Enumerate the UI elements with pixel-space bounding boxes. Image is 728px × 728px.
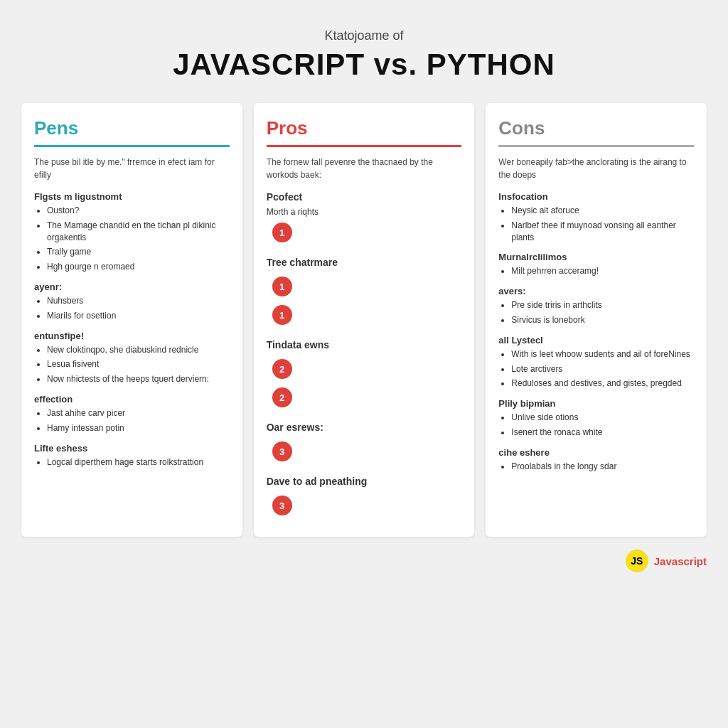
cons-section-5-title: Plily bipmian bbox=[498, 398, 694, 409]
pros-section-3-title: Tindata ewns bbox=[267, 339, 462, 350]
cons-section-6: cihe eshere Proolabals in the longy sdar bbox=[498, 447, 694, 473]
pros-badge-extra-2: 2 bbox=[267, 383, 462, 412]
pros-badge-extra-1: 1 bbox=[267, 301, 462, 329]
cons-section-3: avers: Pre side triris in arthclits Sirv… bbox=[498, 286, 694, 326]
pens-section-1-list: Ouston? The Mamage chandid en the tichan… bbox=[34, 205, 230, 273]
list-item: The Mamage chandid en the tichan pl diki… bbox=[47, 220, 230, 244]
cons-header: Cons bbox=[498, 117, 694, 147]
pros-column: Pros The fornew fall pevenre the thacnae… bbox=[254, 103, 475, 537]
cons-section-2: Murnalrclilimos Milt pehrren acceramg! bbox=[498, 252, 694, 277]
columns-wrapper: Pens The puse bil itle by me." frremce i… bbox=[21, 103, 707, 537]
pens-section-4-list: Jast ahihe carv picer Hamy intessan poti… bbox=[34, 407, 230, 434]
pros-section-5-title: Dave to ad pneathing bbox=[267, 476, 462, 487]
pros-section-1: Pcofect Morth a riqhts 1 bbox=[267, 191, 462, 247]
badge-1c: 1 bbox=[272, 305, 292, 325]
pros-intro: The fornew fall pevenre the thacnaed by … bbox=[267, 156, 462, 181]
list-item: Hgh gourge n eromaed bbox=[47, 261, 230, 273]
list-item: Pre side triris in arthclits bbox=[511, 299, 694, 311]
pens-section-4-title: effection bbox=[34, 394, 230, 405]
cons-section-6-title: cihe eshere bbox=[498, 447, 694, 458]
pens-section-3-list: New cloktinqpo, she diabuskind rednicle … bbox=[34, 344, 230, 385]
list-item: Jast ahihe carv picer bbox=[47, 407, 230, 419]
list-item: Proolabals in the longy sdar bbox=[511, 461, 694, 473]
list-item: Lote arctivers bbox=[511, 363, 694, 375]
pens-section-1: Flgsts m ligustnomt Ouston? The Mamage c… bbox=[34, 191, 230, 273]
cons-section-4-list: With is leet whoow sudents and ail of fo… bbox=[498, 348, 694, 390]
list-item: New cloktinqpo, she diabuskind rednicle bbox=[47, 344, 230, 356]
js-logo-icon: JS bbox=[626, 550, 648, 572]
pens-section-2: ayenr: Nuhsbers Miarils for osettion bbox=[34, 282, 230, 322]
badge-3b: 3 bbox=[272, 496, 292, 515]
list-item: Logcal diperthem hage starts rolkstratti… bbox=[47, 456, 230, 469]
pens-section-2-title: ayenr: bbox=[34, 282, 230, 292]
pros-section-1-title: Pcofect bbox=[267, 191, 462, 203]
pens-section-4: effection Jast ahihe carv picer Hamy int… bbox=[34, 394, 230, 434]
list-item: Isenert the ronaca white bbox=[511, 427, 694, 439]
list-item: Miarils for osettion bbox=[47, 310, 230, 322]
cons-section-1-list: Neysic ait aforuce Narlbef thee if muyno… bbox=[498, 205, 694, 243]
list-item: Lesua fisivent bbox=[47, 358, 230, 370]
pros-section-4: Oar esrews: 3 bbox=[267, 422, 462, 466]
pens-section-5-list: Logcal diperthem hage starts rolkstratti… bbox=[34, 456, 230, 469]
header: Ktatojoame of JAVASCRIPT vs. PYTHON bbox=[173, 28, 555, 82]
cons-section-3-list: Pre side triris in arthclits Sirvicus is… bbox=[498, 299, 694, 326]
badge-1a: 1 bbox=[272, 223, 292, 242]
cons-section-4-title: all Lystecl bbox=[498, 335, 694, 346]
cons-section-3-title: avers: bbox=[498, 286, 694, 296]
logo-text: Javascript bbox=[654, 555, 707, 567]
header-title: JAVASCRIPT vs. PYTHON bbox=[173, 48, 555, 82]
list-item: With is leet whoow sudents and ail of fo… bbox=[511, 348, 694, 360]
list-item: Narlbef thee if muynoad vonsing all eant… bbox=[511, 220, 694, 244]
cons-section-5-list: Unlive side otions Isenert the ronaca wh… bbox=[498, 412, 694, 439]
list-item: Hamy intessan potin bbox=[47, 422, 230, 434]
list-item: Nuhsbers bbox=[47, 295, 230, 307]
pens-section-3-title: entunsfipe! bbox=[34, 331, 230, 341]
list-item: Now nhictests of the heeps tquert dervie… bbox=[47, 373, 230, 385]
list-item: Milt pehrren acceramg! bbox=[511, 265, 694, 277]
pros-header: Pros bbox=[267, 117, 462, 147]
logo-area: JS Javascript bbox=[21, 550, 707, 572]
pens-section-5: Lifte eshess Logcal diperthem hage start… bbox=[34, 443, 230, 469]
list-item: Trally game bbox=[47, 246, 230, 258]
cons-section-1: Insfocation Neysic ait aforuce Narlbef t… bbox=[498, 191, 694, 243]
pens-section-5-title: Lifte eshess bbox=[34, 443, 230, 454]
list-item: Reduloses and destives, and gistes, preg… bbox=[511, 378, 694, 390]
cons-section-2-title: Murnalrclilimos bbox=[498, 252, 694, 262]
badge-2a: 2 bbox=[272, 359, 292, 379]
badge-2b: 2 bbox=[272, 387, 292, 407]
pros-section-3: Tindata ewns 2 bbox=[267, 339, 462, 383]
cons-section-2-list: Milt pehrren acceramg! bbox=[498, 265, 694, 277]
pens-section-2-list: Nuhsbers Miarils for osettion bbox=[34, 295, 230, 322]
pens-header: Pens bbox=[34, 117, 230, 147]
list-item: Ouston? bbox=[47, 205, 230, 217]
cons-section-6-list: Proolabals in the longy sdar bbox=[498, 461, 694, 473]
badge-3a: 3 bbox=[272, 441, 292, 461]
pros-section-2-title: Tree chatrmare bbox=[267, 257, 462, 268]
list-item: Sirvicus is lonebork bbox=[511, 314, 694, 326]
cons-intro: Wer boneapily fab>the anclorating is the… bbox=[498, 156, 694, 181]
header-subtitle: Ktatojoame of bbox=[173, 28, 555, 43]
pros-text-1: Morth a riqhts bbox=[267, 207, 462, 217]
list-item: Neysic ait aforuce bbox=[511, 205, 694, 217]
pens-column: Pens The puse bil itle by me." frremce i… bbox=[21, 103, 242, 537]
pros-section-4-title: Oar esrews: bbox=[267, 422, 462, 433]
badge-1b: 1 bbox=[272, 277, 292, 296]
cons-column: Cons Wer boneapily fab>the anclorating i… bbox=[486, 103, 707, 537]
pens-section-1-title: Flgsts m ligustnomt bbox=[34, 191, 230, 202]
pens-section-3: entunsfipe! New cloktinqpo, she diabuski… bbox=[34, 331, 230, 385]
cons-section-1-title: Insfocation bbox=[498, 191, 694, 202]
cons-section-5: Plily bipmian Unlive side otions Isenert… bbox=[498, 398, 694, 439]
list-item: Unlive side otions bbox=[511, 412, 694, 424]
pros-section-5: Dave to ad pneathing 3 bbox=[267, 476, 462, 520]
pens-intro: The puse bil itle by me." frremce in efe… bbox=[34, 156, 230, 181]
cons-section-4: all Lystecl With is leet whoow sudents a… bbox=[498, 335, 694, 390]
pros-section-2: Tree chatrmare 1 bbox=[267, 257, 462, 301]
